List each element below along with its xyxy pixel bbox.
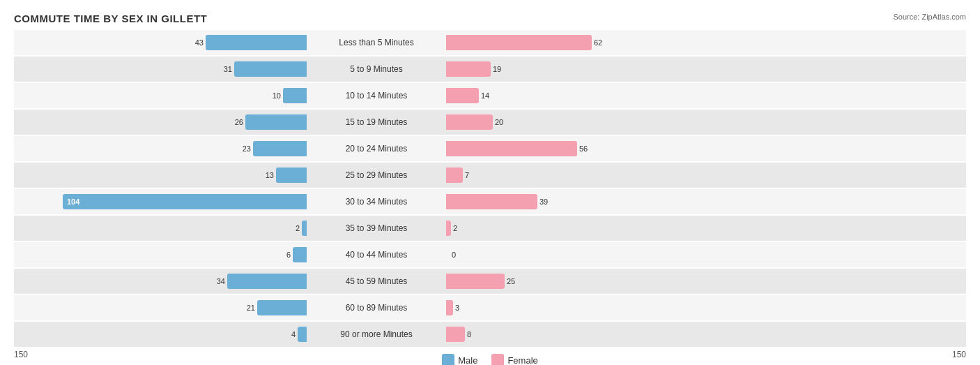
row-label: 45 to 59 Minutes (307, 276, 446, 286)
female-value: 14 (481, 91, 489, 100)
right-section: 8 (446, 322, 739, 347)
table-row: 13 25 to 29 Minutes 7 (14, 163, 966, 188)
male-bar: 31 (234, 61, 307, 77)
male-value: 13 (266, 171, 274, 179)
male-bar: 21 (257, 300, 307, 315)
female-bar: 3 (446, 300, 453, 315)
male-value: 10 (273, 91, 281, 100)
source-label: Source: ZipAtlas.com (893, 13, 966, 21)
right-section: 39 (446, 189, 739, 214)
right-section: 20 (446, 110, 739, 135)
left-section: 13 (14, 163, 307, 188)
male-bar: 13 (276, 167, 307, 183)
left-section: 26 (14, 110, 307, 135)
right-section: 0 (446, 242, 739, 267)
male-bar: 23 (253, 141, 307, 156)
female-value: 2 (453, 224, 457, 232)
right-section: 2 (446, 216, 739, 241)
right-section: 62 (446, 30, 739, 55)
axis-left: 150 (14, 350, 28, 365)
left-section: 34 (14, 269, 307, 294)
right-section: 56 (446, 136, 739, 161)
table-row: 6 40 to 44 Minutes 0 (14, 242, 966, 267)
female-value: 56 (579, 144, 588, 153)
female-bar: 7 (446, 167, 463, 183)
row-label: 10 to 14 Minutes (307, 91, 446, 100)
row-label: Less than 5 Minutes (307, 38, 446, 47)
male-bar: 104 (63, 194, 307, 209)
left-section: 31 (14, 57, 307, 82)
row-label: 30 to 34 Minutes (307, 197, 446, 207)
row-label: 5 to 9 Minutes (307, 64, 446, 74)
female-bar: 25 (446, 274, 505, 289)
row-label: 90 or more Minutes (307, 329, 446, 339)
legend-male: Male (442, 354, 477, 365)
male-value: 21 (247, 304, 255, 312)
chart-title: COMMUTE TIME BY SEX IN GILLETT (14, 13, 966, 24)
male-value: 43 (195, 38, 204, 47)
left-section: 23 (14, 136, 307, 161)
female-bar: 39 (446, 194, 537, 209)
female-value: 7 (465, 171, 469, 179)
left-section: 4 (14, 322, 307, 347)
table-row: 26 15 to 19 Minutes 20 (14, 110, 966, 135)
male-value: 104 (67, 198, 79, 206)
right-section: 25 (446, 269, 739, 294)
row-label: 25 to 29 Minutes (307, 170, 446, 180)
row-label: 35 to 39 Minutes (307, 223, 446, 233)
row-label: 20 to 24 Minutes (307, 144, 446, 154)
female-bar: 20 (446, 114, 493, 130)
female-bar: 19 (446, 61, 491, 77)
legend-male-label: Male (458, 355, 477, 366)
right-section: 19 (446, 57, 739, 82)
female-value: 3 (455, 304, 459, 312)
row-label: 60 to 89 Minutes (307, 303, 446, 313)
male-value: 31 (224, 65, 232, 73)
male-bar: 10 (283, 88, 307, 103)
female-bar: 14 (446, 88, 479, 103)
table-row: 10 10 to 14 Minutes 14 (14, 83, 966, 108)
table-row: 104 30 to 34 Minutes 39 (14, 189, 966, 214)
left-section: 6 (14, 242, 307, 267)
right-section: 14 (446, 83, 739, 108)
male-value: 34 (217, 277, 225, 285)
female-value: 25 (507, 277, 515, 285)
female-value: 8 (467, 330, 471, 338)
left-section: 10 (14, 83, 307, 108)
male-bar: 34 (227, 274, 307, 289)
male-bar: 4 (298, 327, 307, 342)
male-bar: 2 (302, 221, 307, 236)
female-bar: 62 (446, 35, 592, 50)
axis-right: 150 (952, 350, 966, 365)
table-row: 31 5 to 9 Minutes 19 (14, 57, 966, 82)
male-value: 6 (286, 251, 291, 259)
table-row: 23 20 to 24 Minutes 56 (14, 136, 966, 161)
male-bar: 43 (206, 35, 307, 50)
table-row: 43 Less than 5 Minutes 62 (14, 30, 966, 55)
legend-area: Male Female (442, 354, 538, 365)
legend-female-label: Female (507, 355, 537, 366)
female-bar: 8 (446, 327, 465, 342)
chart-container: COMMUTE TIME BY SEX IN GILLETT Source: Z… (0, 0, 980, 365)
row-label: 40 to 44 Minutes (307, 250, 446, 260)
left-section: 104 (14, 189, 307, 214)
male-value: 2 (296, 224, 300, 232)
female-value: 0 (449, 251, 456, 259)
male-bar: 6 (293, 247, 307, 262)
female-value: 62 (594, 38, 602, 47)
table-row: 4 90 or more Minutes 8 (14, 322, 966, 347)
legend-male-box (442, 354, 454, 365)
rows-area: 43 Less than 5 Minutes 62 31 5 to 9 Minu… (14, 30, 966, 347)
male-value: 4 (291, 330, 296, 338)
table-row: 34 45 to 59 Minutes 25 (14, 269, 966, 294)
left-section: 21 (14, 295, 307, 320)
row-label: 15 to 19 Minutes (307, 117, 446, 127)
table-row: 2 35 to 39 Minutes 2 (14, 216, 966, 241)
female-value: 20 (495, 118, 503, 126)
female-value: 39 (539, 198, 548, 206)
female-value: 19 (493, 65, 501, 73)
right-section: 3 (446, 295, 739, 320)
male-value: 26 (235, 118, 243, 126)
right-section: 7 (446, 163, 739, 188)
left-section: 2 (14, 216, 307, 241)
